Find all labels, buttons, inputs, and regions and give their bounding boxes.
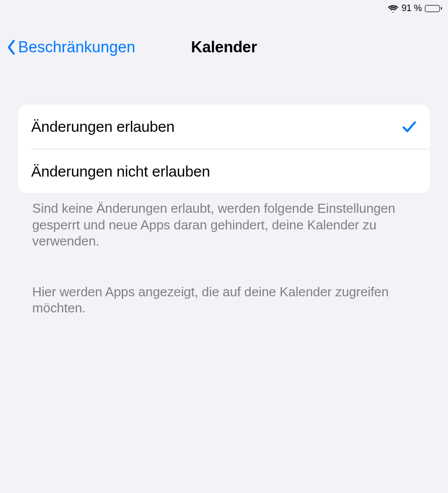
back-label: Beschränkungen [18,38,135,56]
footer-text-2: Hier werden Apps angezeigt, die auf dein… [18,277,430,316]
back-button[interactable]: Beschränkungen [6,38,135,56]
options-group: Änderungen erlauben Änderungen nicht erl… [18,105,430,193]
page-title: Kalender [191,38,257,56]
checkmark-icon [402,119,417,134]
nav-bar: Beschränkungen Kalender [0,32,448,62]
battery-percent: 91 % [402,3,422,14]
option-disallow-changes[interactable]: Änderungen nicht erlauben [31,149,430,193]
chevron-left-icon [6,40,17,55]
option-label: Änderungen nicht erlauben [31,163,210,180]
content: Änderungen erlauben Änderungen nicht erl… [18,105,430,316]
status-bar: 91 % [388,3,442,14]
footer-text-1: Sind keine Änderungen erlaubt, werden fo… [18,193,430,250]
option-allow-changes[interactable]: Änderungen erlauben [18,105,430,149]
option-label: Änderungen erlauben [31,118,175,135]
battery-icon [425,5,442,12]
wifi-icon [388,5,399,13]
